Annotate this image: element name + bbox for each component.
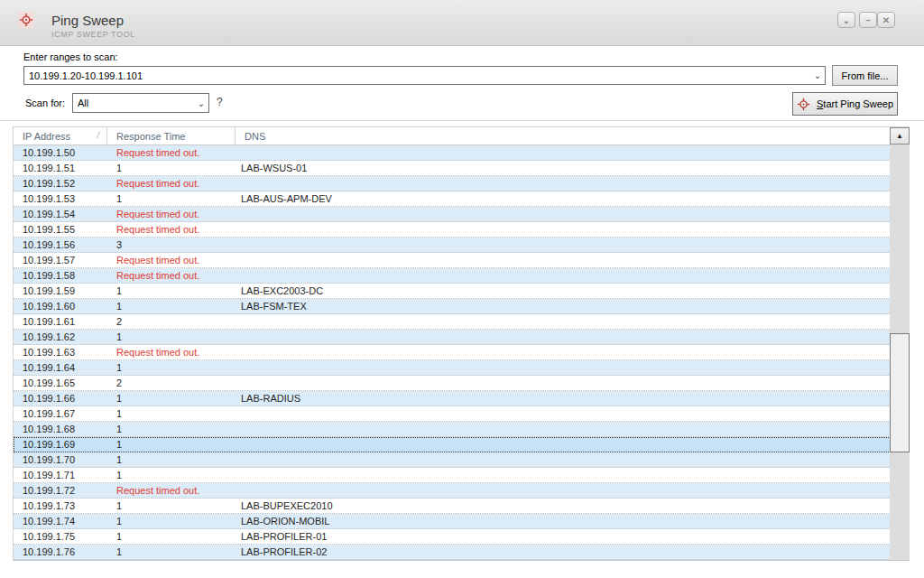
window-subtitle: ICMP SWEEP TOOL — [51, 30, 135, 39]
scrollbar-thumb[interactable] — [890, 333, 910, 452]
close-icon: ✕ — [882, 15, 890, 25]
table-body: 10.199.1.50 Request timed out. 10.199.1.… — [14, 145, 891, 560]
table-row[interactable]: 10.199.1.71 1 — [14, 468, 891, 483]
separator-line — [0, 120, 924, 121]
chevron-down-icon[interactable]: ⌄ — [810, 70, 825, 80]
table-row[interactable]: 10.199.1.50 Request timed out. — [14, 145, 891, 161]
ping-sweep-target-icon — [18, 12, 34, 28]
table-row[interactable]: 10.199.1.52 Request timed out. — [14, 176, 891, 191]
table-header-row: IP Address ∕ Response Time DNS — [14, 127, 910, 145]
from-file-button[interactable]: From file... — [832, 65, 898, 86]
help-link[interactable]: ? — [217, 96, 223, 108]
table-row[interactable]: 10.199.1.62 1 — [14, 330, 891, 345]
table-row[interactable]: 10.199.1.65 2 — [14, 376, 891, 391]
table-row[interactable]: 10.199.1.53 1 LAB-AUS-APM-DEV — [14, 191, 891, 207]
table-row[interactable]: 10.199.1.68 1 — [14, 422, 891, 437]
table-row[interactable]: 10.199.1.55 Request timed out. — [14, 222, 891, 238]
chevron-down-icon: ⌄ — [843, 15, 850, 25]
minimize-icon: – — [865, 15, 871, 25]
table-row[interactable]: 10.199.1.63 Request timed out. — [14, 345, 891, 360]
scan-for-value: All — [73, 98, 194, 108]
table-row[interactable]: 10.199.1.69 1 — [14, 437, 891, 452]
restore-button[interactable]: ⌄ — [837, 12, 855, 28]
table-row[interactable]: 10.199.1.72 Request timed out. — [14, 483, 891, 499]
table-row[interactable]: 10.199.1.74 1 LAB-ORION-MOBIL — [14, 514, 891, 529]
table-row[interactable]: 10.199.1.67 1 — [14, 406, 891, 422]
chevron-down-icon[interactable]: ⌄ — [194, 98, 208, 108]
table-row[interactable]: 10.199.1.64 1 — [14, 360, 891, 376]
ranges-label: Enter ranges to scan: — [23, 51, 118, 62]
table-row[interactable]: 10.199.1.51 1 LAB-WSUS-01 — [14, 161, 891, 176]
table-row[interactable]: 10.199.1.75 1 LAB-PROFILER-01 — [14, 529, 891, 545]
vertical-scrollbar[interactable]: ▲ — [890, 127, 910, 560]
table-row[interactable]: 10.199.1.56 3 — [14, 238, 891, 253]
table-row[interactable]: 10.199.1.76 1 LAB-PROFILER-02 — [14, 545, 891, 560]
table-row[interactable]: 10.199.1.54 Request timed out. — [14, 207, 891, 222]
results-table: IP Address ∕ Response Time DNS 10.199.1.… — [13, 126, 910, 561]
start-ping-sweep-button[interactable]: Start Ping Sweep — [792, 92, 898, 116]
target-icon — [797, 98, 810, 111]
scan-for-dropdown[interactable]: All ⌄ — [72, 93, 209, 113]
scan-for-label: Scan for: — [25, 98, 65, 108]
minimize-button[interactable]: – — [859, 12, 877, 28]
table-row[interactable]: 10.199.1.73 1 LAB-BUPEXEC2010 — [14, 499, 891, 514]
column-header-response-time[interactable]: Response Time — [107, 127, 236, 144]
table-row[interactable]: 10.199.1.70 1 — [14, 452, 891, 468]
table-row[interactable]: 10.199.1.60 1 LAB-FSM-TEX — [14, 299, 891, 314]
ranges-combobox[interactable]: 10.199.1.20-10.199.1.101 ⌄ — [23, 66, 826, 85]
titlebar: Ping Sweep ICMP SWEEP TOOL ⌄ – ✕ — [0, 0, 924, 46]
scroll-up-button[interactable]: ▲ — [890, 127, 910, 144]
table-row[interactable]: 10.199.1.61 2 — [14, 314, 891, 330]
close-button[interactable]: ✕ — [877, 12, 895, 28]
window-title: Ping Sweep — [51, 13, 124, 28]
start-button-label: Start Ping Sweep — [817, 98, 893, 109]
column-header-dns[interactable]: DNS — [236, 127, 910, 144]
sort-ascending-icon: ∕ — [97, 129, 99, 140]
triangle-up-icon: ▲ — [896, 132, 903, 140]
table-row[interactable]: 10.199.1.66 1 LAB-RADIUS — [14, 391, 891, 406]
table-row[interactable]: 10.199.1.58 Request timed out. — [14, 268, 891, 284]
table-row[interactable]: 10.199.1.59 1 LAB-EXC2003-DC — [14, 284, 891, 299]
column-header-ip-address[interactable]: IP Address ∕ — [14, 127, 107, 144]
table-row[interactable]: 10.199.1.57 Request timed out. — [14, 253, 891, 268]
ranges-value[interactable]: 10.199.1.20-10.199.1.101 — [24, 70, 810, 81]
